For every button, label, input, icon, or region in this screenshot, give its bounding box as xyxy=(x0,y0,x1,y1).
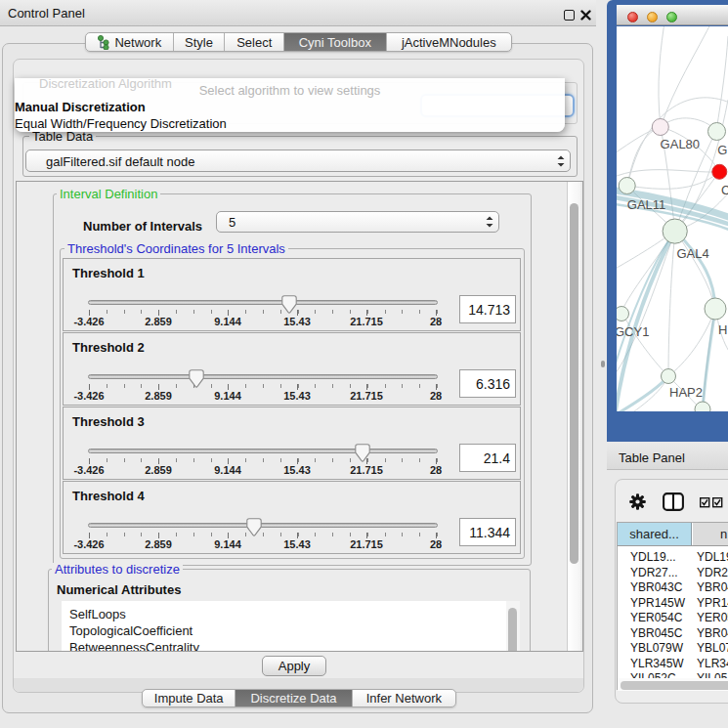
svg-text:HAP2: HAP2 xyxy=(669,385,703,400)
svg-text:GAL11: GAL11 xyxy=(627,197,666,212)
svg-text:G.: G. xyxy=(717,143,728,157)
svg-text:C: C xyxy=(721,183,728,197)
svg-text:GCY1: GCY1 xyxy=(617,324,649,339)
svg-text:GAL4: GAL4 xyxy=(677,246,709,261)
svg-text:H: H xyxy=(718,322,727,337)
svg-text:GAL80: GAL80 xyxy=(661,137,700,151)
